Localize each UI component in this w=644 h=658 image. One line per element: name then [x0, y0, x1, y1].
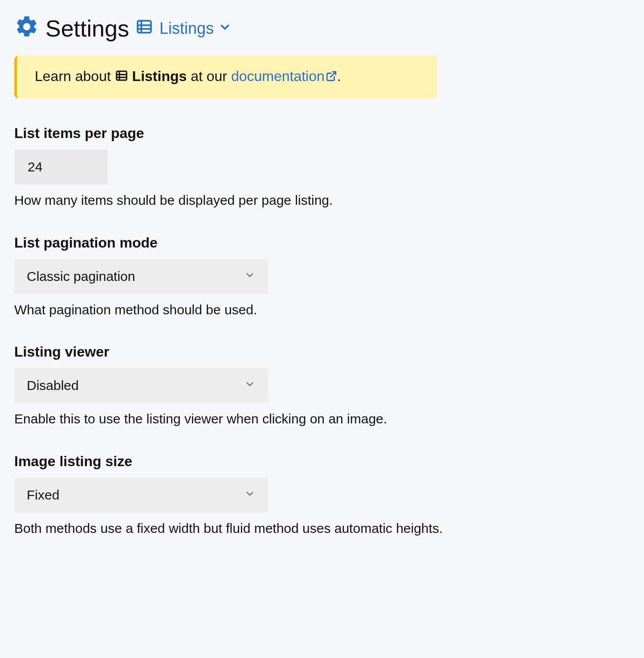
list-icon	[135, 18, 153, 39]
documentation-link[interactable]: documentation	[231, 68, 337, 84]
chevron-down-icon	[218, 19, 232, 38]
svg-rect-0	[138, 21, 151, 33]
field-items-per-page: List items per page How many items shoul…	[14, 125, 630, 210]
pagination-mode-select[interactable]: Classic pagination	[14, 259, 268, 294]
field-pagination-mode: List pagination mode Classic pagination …	[14, 235, 630, 319]
info-alert: Learn about Listings at our documentatio…	[14, 56, 437, 98]
alert-suffix: .	[337, 68, 341, 84]
field-help: How many items should be displayed per p…	[14, 191, 630, 210]
listing-viewer-select[interactable]: Disabled	[14, 368, 268, 403]
page-header: Settings Listings	[14, 14, 630, 42]
gear-icon	[14, 14, 39, 42]
select-value: Disabled	[27, 378, 79, 393]
alert-subject: Listings	[132, 68, 187, 84]
documentation-link-text: documentation	[231, 68, 325, 84]
page-title: Settings	[45, 15, 129, 42]
select-value: Fixed	[27, 487, 59, 503]
field-image-listing-size: Image listing size Fixed Both methods us…	[14, 453, 630, 538]
chevron-down-icon	[244, 487, 256, 503]
alert-prefix: Learn about	[35, 68, 115, 84]
svg-rect-4	[116, 71, 126, 80]
list-icon	[115, 69, 132, 85]
items-per-page-input[interactable]	[14, 150, 108, 184]
svg-line-8	[330, 72, 336, 77]
field-label: List pagination mode	[14, 235, 630, 251]
category-label: Listings	[159, 19, 214, 38]
field-help: What pagination method should be used.	[14, 301, 630, 319]
field-help: Enable this to use the listing viewer wh…	[14, 410, 630, 428]
field-label: Listing viewer	[14, 344, 630, 360]
field-label: List items per page	[14, 125, 630, 142]
image-listing-size-select[interactable]: Fixed	[14, 478, 268, 512]
external-link-icon	[326, 69, 337, 85]
field-help: Both methods use a fixed width but fluid…	[14, 520, 630, 538]
chevron-down-icon	[244, 269, 256, 284]
field-label: Image listing size	[14, 453, 630, 470]
category-dropdown[interactable]: Listings	[159, 19, 232, 38]
chevron-down-icon	[244, 378, 256, 393]
field-listing-viewer: Listing viewer Disabled Enable this to u…	[14, 344, 630, 428]
select-value: Classic pagination	[27, 269, 135, 284]
alert-mid: at our	[191, 68, 231, 84]
